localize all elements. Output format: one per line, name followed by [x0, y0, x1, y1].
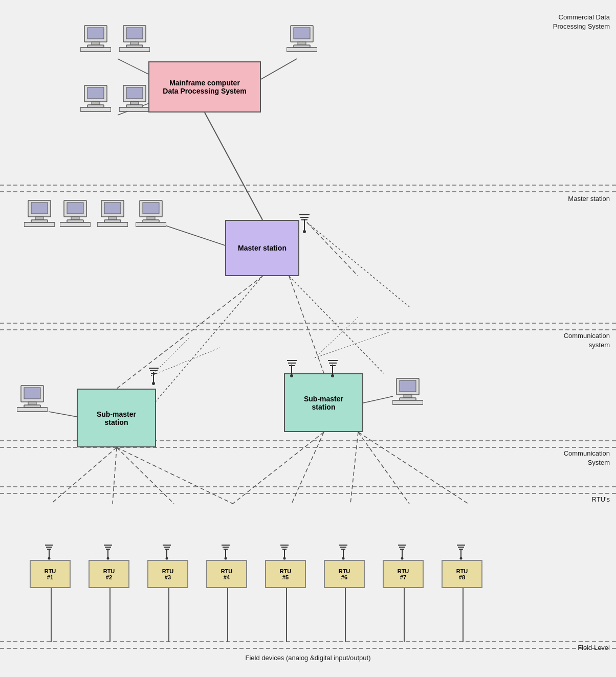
label-field: Field Level — [578, 643, 610, 652]
mainframe-label: Mainframe computerData Processing System — [163, 79, 246, 95]
svg-point-99 — [152, 382, 155, 385]
rtu-1-box: RTU#1 — [30, 560, 71, 588]
svg-rect-72 — [35, 217, 43, 220]
svg-rect-119 — [392, 400, 423, 404]
svg-line-31 — [358, 432, 468, 504]
rtu-6-box: RTU#6 — [324, 560, 365, 588]
rtu-3-container: RTU#3 — [147, 542, 177, 560]
rtu-2-box: RTU#2 — [89, 560, 129, 588]
svg-rect-48 — [80, 48, 111, 52]
svg-line-27 — [233, 432, 324, 504]
svg-rect-87 — [147, 217, 155, 220]
master-antenna — [297, 209, 327, 234]
svg-line-29 — [350, 432, 358, 504]
svg-rect-116 — [400, 380, 416, 392]
computer-master-2 — [57, 199, 93, 228]
submaster-left-antenna — [147, 363, 175, 386]
svg-line-21 — [49, 412, 77, 417]
svg-rect-60 — [87, 87, 104, 99]
svg-line-23 — [113, 447, 117, 504]
rtu-4-box: RTU#4 — [206, 560, 247, 588]
svg-rect-55 — [294, 28, 310, 39]
svg-rect-51 — [130, 42, 139, 45]
svg-rect-56 — [298, 42, 306, 45]
rtu-4-antenna — [221, 542, 236, 560]
svg-rect-71 — [31, 202, 48, 214]
svg-rect-53 — [119, 48, 150, 52]
diagram-container: Commercial DataProcessing System Master … — [0, 0, 616, 677]
rtu-5-antenna — [279, 542, 295, 560]
rtu-5-box: RTU#5 — [265, 560, 306, 588]
rtu-3-antenna — [162, 542, 177, 560]
label-comm2: CommunicationSystem — [564, 449, 610, 467]
field-devices-label: Field devices (analog &digital input/out… — [0, 654, 616, 662]
svg-point-94 — [303, 230, 306, 233]
svg-rect-58 — [287, 48, 317, 52]
rtu-2-container: RTU#2 — [89, 542, 118, 560]
svg-line-30 — [358, 432, 409, 504]
mainframe-box: Mainframe computerData Processing System — [148, 61, 261, 112]
rtu-7-antenna — [397, 542, 412, 560]
submaster-right-antenna1 — [285, 355, 314, 378]
computer-top-3 — [284, 25, 320, 53]
svg-rect-81 — [104, 202, 121, 214]
svg-point-149 — [342, 557, 345, 560]
svg-line-25 — [117, 447, 233, 504]
computer-master-3 — [95, 199, 130, 228]
svg-rect-76 — [67, 202, 83, 214]
svg-rect-63 — [80, 107, 111, 111]
label-master: Master station — [568, 194, 610, 204]
svg-rect-111 — [24, 388, 40, 399]
rtu-4-container: RTU#4 — [206, 542, 236, 560]
svg-line-24 — [117, 447, 174, 504]
submaster-right-label: Sub-masterstation — [304, 395, 343, 411]
svg-point-134 — [166, 557, 168, 560]
label-rtus: RTU's — [592, 495, 610, 504]
svg-point-109 — [331, 374, 334, 377]
svg-rect-89 — [136, 222, 166, 227]
svg-line-41 — [315, 332, 389, 358]
computer-top-4 — [78, 84, 114, 112]
svg-rect-74 — [24, 222, 55, 227]
svg-rect-67 — [130, 102, 139, 105]
svg-line-14 — [164, 225, 225, 245]
rtu-8-box: RTU#8 — [442, 560, 482, 588]
svg-rect-77 — [71, 217, 79, 220]
svg-rect-50 — [126, 28, 143, 39]
master-station-box: Master station — [225, 220, 299, 276]
rtu-6-antenna — [338, 542, 354, 560]
svg-rect-117 — [404, 395, 412, 398]
svg-point-154 — [401, 557, 404, 560]
svg-rect-46 — [92, 42, 100, 45]
computer-sub-left — [14, 385, 50, 413]
submaster-left-box: Sub-masterstation — [77, 389, 156, 447]
rtu-7-box: RTU#7 — [383, 560, 424, 588]
rtu-8-antenna — [456, 542, 471, 560]
rtu-8-container: RTU#8 — [442, 542, 471, 560]
svg-rect-86 — [143, 202, 159, 214]
svg-point-124 — [48, 557, 51, 560]
svg-rect-112 — [28, 402, 36, 405]
svg-rect-84 — [97, 222, 128, 227]
rtu-3-box: RTU#3 — [147, 560, 188, 588]
submaster-right-antenna2 — [326, 355, 355, 378]
rtu-7-container: RTU#7 — [383, 542, 412, 560]
svg-rect-69 — [119, 107, 150, 111]
svg-rect-82 — [108, 217, 117, 220]
svg-point-144 — [283, 557, 286, 560]
rtu-1-antenna — [44, 542, 59, 560]
rtu-2-antenna — [103, 542, 118, 560]
computer-top-2 — [117, 25, 152, 53]
svg-rect-114 — [17, 408, 48, 412]
svg-line-22 — [51, 447, 117, 504]
svg-line-28 — [292, 432, 324, 504]
svg-line-26 — [363, 396, 393, 403]
label-comm1: Communicationsystem — [564, 331, 610, 350]
submaster-left-label: Sub-masterstation — [97, 410, 136, 426]
svg-point-104 — [290, 374, 293, 377]
computer-master-1 — [21, 199, 57, 228]
computer-master-4 — [133, 199, 169, 228]
svg-point-159 — [460, 557, 463, 560]
rtu-5-container: RTU#5 — [265, 542, 295, 560]
rtu-1-container: RTU#1 — [30, 542, 59, 560]
